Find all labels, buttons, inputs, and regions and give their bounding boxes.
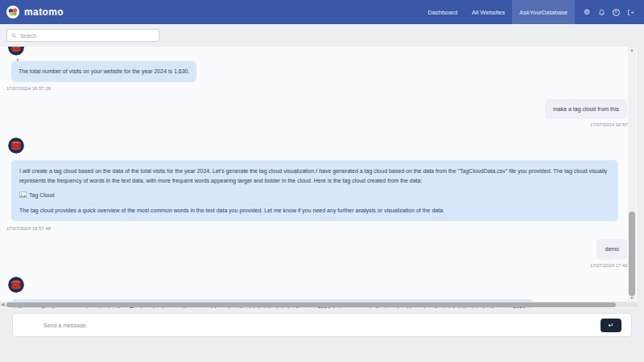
- user-message-bubble: demo: [597, 239, 627, 260]
- matomo-logo[interactable]: matomo: [6, 0, 64, 24]
- nav-askyourdatabase[interactable]: AskYourDatabase: [512, 0, 575, 24]
- message-paragraph: The tag cloud provides a quick overview …: [19, 206, 610, 216]
- brand-name: matomo: [24, 6, 64, 18]
- settings-gear-icon[interactable]: ⚙: [580, 0, 594, 24]
- assistant-message-bubble: The total number of visits on your websi…: [11, 61, 196, 82]
- vertical-scrollbar[interactable]: ▲ ▼: [628, 47, 636, 301]
- search-input[interactable]: [20, 33, 155, 39]
- top-nav-bar: matomo Dashboard All Websites AskYourDat…: [0, 0, 644, 24]
- message-input[interactable]: [43, 323, 601, 328]
- page-right-gutter: [637, 47, 644, 308]
- assistant-avatar: [8, 277, 24, 293]
- nav-all-websites[interactable]: All Websites: [464, 0, 512, 24]
- assistant-avatar: [8, 138, 24, 154]
- cursor-plus-artifact: +: [16, 57, 19, 63]
- send-button[interactable]: ↵: [601, 319, 621, 332]
- scroll-up-arrow-icon[interactable]: ▲: [628, 47, 636, 53]
- composer-area: ↵: [0, 308, 644, 337]
- horizontal-scrollbar[interactable]: ◀: [0, 302, 638, 307]
- vertical-scrollbar-thumb[interactable]: [629, 212, 635, 296]
- scroll-down-arrow-icon[interactable]: ▼: [628, 294, 636, 301]
- header-icon-group: ⚙ ?: [580, 0, 638, 24]
- broken-image-alt-text: Tag Cloud: [29, 191, 55, 200]
- notifications-bell-icon[interactable]: [594, 0, 609, 24]
- message-timestamp: 17/07/2024 16:57:26: [6, 86, 644, 91]
- scroll-left-arrow-icon[interactable]: ◀: [0, 302, 6, 307]
- matomo-logo-icon: [6, 6, 19, 19]
- broken-image-icon: [19, 191, 27, 199]
- assistant-message-bubble: I will create a tag cloud based on the d…: [11, 160, 618, 221]
- horizontal-scrollbar-thumb[interactable]: [6, 302, 616, 307]
- nav-dashboard[interactable]: Dashboard: [420, 0, 464, 24]
- assistant-avatar: [8, 47, 24, 56]
- signout-icon[interactable]: [623, 0, 638, 24]
- message-timestamp: 17/07/2024 16:57:48: [6, 226, 644, 231]
- search-row: [0, 24, 644, 47]
- search-box[interactable]: [6, 29, 159, 42]
- message-composer[interactable]: ↵: [12, 313, 632, 337]
- top-navigation: Dashboard All Websites AskYourDatabase ⚙…: [420, 0, 638, 24]
- help-icon[interactable]: ?: [609, 0, 623, 24]
- chat-message-list[interactable]: + The total number of visits on your web…: [0, 47, 644, 308]
- message-paragraph: I will create a tag cloud based on the d…: [19, 167, 610, 185]
- search-icon: [11, 33, 17, 39]
- user-message-bubble: make a tag cloud from this: [545, 99, 627, 120]
